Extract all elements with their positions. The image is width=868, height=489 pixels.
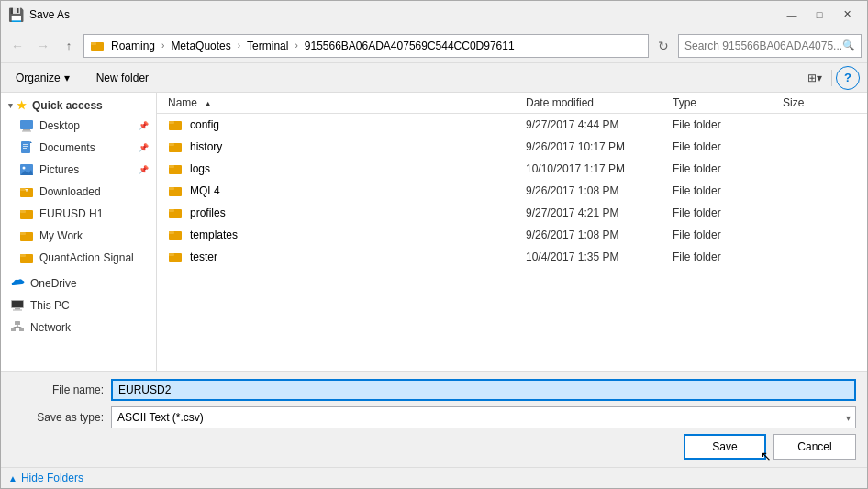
network-icon — [10, 320, 25, 335]
list-item[interactable]: profiles 9/27/2017 4:21 PM File folder — [157, 202, 867, 224]
sidebar-item-documents[interactable]: Documents 📌 — [1, 137, 156, 159]
mywork-folder-icon — [19, 228, 34, 243]
filename-label: File name: — [12, 383, 104, 396]
svg-rect-42 — [169, 209, 174, 212]
col-type-header[interactable]: Type — [673, 96, 783, 109]
breadcrumb-hash[interactable]: 915566BA06ADA407569C544CC0D97611 — [302, 39, 517, 53]
close-button[interactable]: ✕ — [834, 6, 860, 24]
breadcrumb-roaming[interactable]: Roaming — [108, 39, 158, 53]
sidebar-item-network[interactable]: Network — [1, 317, 156, 339]
svg-rect-14 — [20, 188, 26, 191]
list-item[interactable]: templates 9/26/2017 1:08 PM File folder — [157, 224, 867, 246]
new-folder-button[interactable]: New folder — [89, 67, 156, 89]
list-item[interactable]: tester 10/4/2017 1:35 PM File folder — [157, 246, 867, 268]
search-input[interactable] — [684, 39, 842, 52]
pictures-pin-icon: 📌 — [139, 165, 149, 174]
toolbar: Organize ▾ New folder ⊞ ▾ ? — [1, 63, 867, 93]
filetype-label: Save as type: — [12, 411, 104, 424]
help-button[interactable]: ? — [836, 66, 860, 90]
bottom-bar: File name: Save as type: ASCII Text (*.c… — [1, 371, 867, 467]
svg-rect-4 — [22, 131, 31, 132]
folder-icon — [168, 250, 183, 264]
list-item[interactable]: logs 10/10/2017 1:17 PM File folder — [157, 158, 867, 180]
svg-rect-16 — [27, 189, 28, 192]
file-date: 9/26/2017 1:08 PM — [526, 228, 673, 241]
sidebar-item-quantaction[interactable]: QuantAction Signal — [1, 247, 156, 269]
downloaded-folder-icon — [19, 184, 34, 199]
sidebar-item-downloaded[interactable]: Downloaded — [1, 181, 156, 203]
svg-rect-38 — [169, 165, 174, 168]
maximize-button[interactable]: □ — [807, 6, 832, 24]
content-area: ▾ ★ Quick access Desktop 📌 — [1, 93, 867, 371]
window-icon: 💾 — [8, 7, 24, 22]
sidebar-item-thispc[interactable]: This PC — [1, 295, 156, 317]
breadcrumb-metaquotes[interactable]: MetaQuotes — [168, 39, 233, 53]
file-type: File folder — [673, 250, 783, 263]
file-name: templates — [190, 228, 526, 241]
new-folder-label: New folder — [96, 72, 149, 84]
organize-button[interactable]: Organize ▾ — [8, 67, 77, 89]
svg-rect-18 — [20, 210, 26, 213]
sidebar-item-desktop[interactable]: Desktop 📌 — [1, 115, 156, 137]
file-list-header: Name ▲ Date modified Type Size — [157, 93, 867, 114]
search-icon: 🔍 — [842, 39, 855, 51]
col-size-header[interactable]: Size — [783, 96, 856, 109]
list-item[interactable]: MQL4 9/26/2017 1:08 PM File folder — [157, 180, 867, 202]
sidebar-item-eurusd-label: EURUSD H1 — [39, 207, 103, 220]
thispc-icon — [10, 298, 25, 313]
file-date: 10/10/2017 1:17 PM — [526, 162, 673, 175]
quick-access-header[interactable]: ▾ ★ Quick access — [1, 96, 156, 115]
file-type: File folder — [673, 184, 783, 197]
folder-icon — [168, 228, 183, 242]
address-bar: ← → ↑ Roaming › MetaQuotes › Terminal › … — [1, 28, 867, 63]
svg-point-11 — [23, 167, 26, 170]
sidebar-item-onedrive[interactable]: OneDrive — [1, 272, 156, 295]
svg-rect-29 — [19, 328, 24, 331]
svg-rect-40 — [169, 187, 174, 190]
sidebar-item-mywork-label: My Work — [39, 229, 83, 242]
sidebar-item-onedrive-label: OneDrive — [30, 277, 77, 290]
cancel-button[interactable]: Cancel — [773, 434, 856, 460]
folder-icon — [168, 206, 183, 220]
file-type: File folder — [673, 206, 783, 219]
file-name: history — [190, 140, 526, 153]
refresh-button[interactable]: ↻ — [652, 35, 674, 57]
svg-rect-20 — [20, 232, 26, 235]
view-icon: ⊞ — [807, 72, 817, 84]
hide-folders-button[interactable]: ▲ Hide Folders — [1, 467, 867, 488]
sidebar-item-network-label: Network — [30, 321, 71, 334]
file-date: 9/26/2017 1:08 PM — [526, 184, 673, 197]
file-date: 9/27/2017 4:21 PM — [526, 206, 673, 219]
save-button[interactable]: Save ↖ — [684, 434, 766, 460]
filetype-select[interactable]: ASCII Text (*.csv)All Files (*.*) — [111, 406, 856, 428]
view-button[interactable]: ⊞ ▾ — [802, 67, 828, 89]
svg-rect-46 — [169, 253, 174, 256]
breadcrumb-terminal[interactable]: Terminal — [244, 39, 291, 53]
view-arrow: ▾ — [817, 72, 822, 84]
window-title: Save As — [29, 8, 779, 21]
sidebar-item-mywork[interactable]: My Work — [1, 225, 156, 247]
hide-folders-chevron: ▲ — [8, 473, 17, 483]
nav-back-button[interactable]: ← — [6, 35, 28, 57]
file-type: File folder — [673, 162, 783, 175]
svg-line-32 — [17, 327, 22, 328]
nav-up-button[interactable]: ↑ — [58, 35, 80, 57]
sidebar-item-eurusd[interactable]: EURUSD H1 — [1, 203, 156, 225]
list-item[interactable]: config 9/27/2017 4:44 PM File folder — [157, 114, 867, 136]
sidebar-item-desktop-label: Desktop — [39, 119, 80, 132]
minimize-button[interactable]: — — [779, 6, 805, 24]
col-date-header[interactable]: Date modified — [526, 96, 673, 109]
buttons-row: Save ↖ Cancel — [12, 434, 856, 460]
filename-input[interactable] — [111, 379, 856, 401]
list-item[interactable]: history 9/26/2017 10:17 PM File folder — [157, 136, 867, 158]
col-name-header[interactable]: Name ▲ — [168, 96, 526, 109]
nav-forward-button[interactable]: → — [32, 35, 54, 57]
svg-rect-28 — [11, 328, 16, 331]
svg-rect-44 — [169, 231, 174, 234]
quick-access-chevron: ▾ — [8, 101, 13, 110]
svg-rect-34 — [169, 121, 174, 124]
sidebar-item-pictures[interactable]: Pictures 📌 — [1, 159, 156, 181]
svg-rect-3 — [23, 129, 30, 131]
sidebar-item-pictures-label: Pictures — [39, 163, 79, 176]
folder-icon — [168, 139, 183, 154]
